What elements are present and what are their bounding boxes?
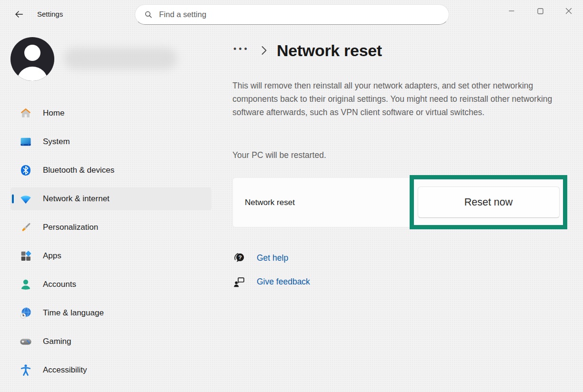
sidebar-item-bluetooth-devices[interactable]: Bluetooth & devices: [10, 159, 211, 182]
avatar: [10, 37, 54, 81]
apps-icon: [19, 249, 32, 263]
page-title: Network reset: [277, 41, 382, 60]
sidebar-item-system[interactable]: System: [10, 130, 211, 153]
network-icon: [19, 192, 32, 206]
system-icon: [19, 135, 32, 148]
sidebar-item-gaming[interactable]: Gaming: [10, 330, 211, 353]
sidebar-item-accounts[interactable]: Accounts: [10, 273, 211, 296]
svg-text:?: ?: [238, 254, 241, 261]
maximize-button[interactable]: [526, 0, 554, 22]
home-icon: [19, 107, 32, 120]
sidebar-item-time-language[interactable]: Time & language: [10, 302, 211, 324]
sidebar-item-label: Apps: [43, 251, 61, 261]
get-help-label: Get help: [257, 253, 288, 263]
sidebar-item-label: Bluetooth & devices: [43, 166, 114, 175]
network-reset-label: Network reset: [245, 198, 295, 207]
sidebar-item-home[interactable]: Home: [10, 102, 211, 125]
sidebar-nav: Home System Bluetooth &: [10, 102, 211, 387]
bluetooth-icon: [19, 164, 32, 177]
accessibility-icon: [19, 363, 32, 377]
sidebar-item-label: Accessibility: [43, 365, 87, 375]
sidebar-item-label: Gaming: [43, 337, 71, 346]
give-feedback-link[interactable]: Give feedback: [232, 275, 310, 288]
time-language-icon: [19, 306, 32, 320]
window-controls: [497, 0, 583, 22]
search-icon: [144, 10, 153, 19]
get-help-link[interactable]: ? Get help: [232, 251, 288, 265]
user-card[interactable]: [10, 37, 201, 81]
sidebar-item-personalization[interactable]: Personalization: [10, 216, 211, 239]
minimize-icon: [509, 8, 514, 14]
search-box[interactable]: [135, 4, 449, 25]
breadcrumb-chevron-icon: [261, 45, 267, 56]
reset-now-button[interactable]: Reset now: [418, 186, 560, 218]
get-help-icon: ?: [232, 251, 246, 265]
search-input[interactable]: [159, 10, 440, 19]
sidebar-item-label: System: [43, 137, 70, 147]
sidebar-item-label: Home: [43, 108, 64, 118]
personalization-icon: [19, 221, 32, 234]
breadcrumb-ellipsis-button[interactable]: •••: [232, 45, 251, 56]
sidebar-item-network-internet[interactable]: Network & internet: [10, 187, 211, 210]
maximize-icon: [537, 8, 543, 14]
sidebar-item-label: Accounts: [43, 280, 76, 289]
close-icon: [565, 8, 572, 14]
give-feedback-label: Give feedback: [257, 277, 310, 287]
sidebar-item-apps[interactable]: Apps: [10, 245, 211, 267]
close-button[interactable]: [554, 0, 583, 22]
app-title: Settings: [37, 10, 63, 18]
sidebar-item-label: Network & internet: [43, 194, 110, 204]
give-feedback-icon: [232, 275, 246, 288]
back-arrow-icon: [14, 9, 24, 20]
settings-window: Settings: [0, 0, 583, 392]
page-description: This will remove then reinstall all your…: [232, 79, 569, 119]
user-name-redacted: [64, 48, 177, 69]
gaming-icon: [19, 335, 32, 348]
breadcrumb: ••• Network reset: [232, 39, 382, 62]
sidebar-item-accessibility[interactable]: Accessibility: [10, 359, 211, 382]
back-button[interactable]: [10, 7, 28, 22]
annotation-highlight-box: Reset now: [410, 175, 567, 229]
sidebar-item-label: Time & language: [43, 308, 104, 318]
accounts-icon: [19, 278, 32, 291]
sidebar-item-label: Personalization: [43, 223, 98, 232]
minimize-button[interactable]: [497, 0, 526, 22]
restart-note: Your PC will be restarted.: [232, 150, 326, 160]
